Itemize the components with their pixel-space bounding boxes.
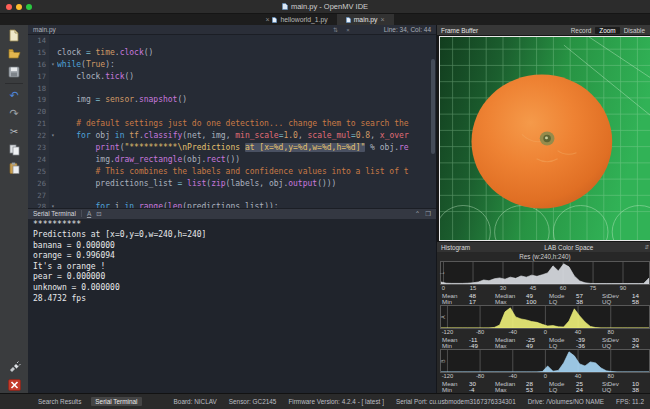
divider [81,210,82,217]
code-token: clock [57,72,100,81]
frame-buffer-view[interactable] [437,35,650,242]
save-file-button[interactable] [5,63,23,80]
code-line-text [57,106,436,118]
code-line[interactable]: 15clock = time.clock() [28,47,436,59]
open-file-button[interactable] [5,45,23,62]
histogram-header: Histogram LAB Color Space ⇵ [437,242,650,252]
connect-button[interactable] [5,358,23,375]
serial-terminal-output[interactable]: **********Predictions at [x=0,y=0,w=240,… [28,219,436,394]
code-line[interactable]: 24 img.draw_rectangle(obj.rect()) [28,154,436,166]
fold-marker[interactable]: ▾ [49,59,57,71]
close-tab-icon[interactable]: × [265,16,269,23]
editor-scrollbar[interactable] [431,37,435,206]
disable-button[interactable]: Disable [620,27,649,34]
code-token: True [86,60,105,69]
code-token: len [168,202,182,207]
close-tab-icon[interactable]: × [381,16,385,23]
axis-tick: 90 [620,285,626,291]
document-selector-arrows-icon[interactable]: ⇅ [329,26,342,33]
stat-label: UQ [602,387,632,393]
code-line[interactable]: 18 [28,83,436,95]
record-button[interactable]: Record [567,27,596,34]
code-token: list [187,179,206,188]
frame-buffer-title: Frame Buffer [441,27,567,34]
code-token: print [96,143,120,152]
search-results-tab[interactable]: Search Results [34,397,85,406]
line-number: 21 [28,118,49,130]
code-token [57,167,96,176]
terminal-line: ********** [33,220,431,231]
title-bar: main.py - OpenMV IDE [0,0,650,14]
code-token: rect [206,155,225,164]
code-token: (labels, obj. [226,179,289,188]
document-selector[interactable]: main.py ⇅ × [33,26,354,33]
code-line-text: for obj in tf.classify(net, img, min_sca… [57,130,436,142]
cut-button[interactable]: ✂ [5,123,23,140]
disconnect-button[interactable] [5,376,23,393]
stat-label: LQ [549,387,576,393]
new-file-button[interactable] [5,27,23,44]
tab-helloworld[interactable]: × helloworld_1.py [256,14,336,25]
chevron-updown-icon[interactable]: ⇵ [644,244,649,250]
code-editor[interactable]: 1415clock = time.clock()16▾while(True):1… [28,35,436,208]
histogram-svg [441,350,649,372]
code-line[interactable]: 16▾while(True): [28,59,436,71]
bottom-panel-tabs: Search Results Serial Terminal [34,397,142,406]
display-icon[interactable]: ⊡ [96,210,101,218]
code-line[interactable]: 22▾ for obj in tf.classify(net, img, min… [28,130,436,142]
code-line[interactable]: 25 # This combines the labels and confid… [28,166,436,178]
redo-button[interactable]: ↷ [5,105,23,122]
paste-button[interactable] [5,159,23,176]
fold-marker [49,142,57,154]
undo-button[interactable]: ↶ [5,87,23,104]
color-space-dropdown[interactable]: LAB Color Space [493,244,644,251]
copy-button[interactable] [5,141,23,158]
code-line[interactable]: 20 [28,106,436,118]
histogram-plot: L [440,261,650,285]
zoom-button[interactable]: Zoom [595,27,619,34]
code-line-text: print("**********\nPredictions at [x=%d,… [57,142,436,154]
connect-icon [8,361,21,373]
fold-marker[interactable]: ▾ [49,130,57,142]
tab-main[interactable]: main.py × [337,14,394,25]
collapse-panel-icon[interactable]: ⌃ [415,210,420,218]
line-number: 20 [28,106,49,118]
axis-tick: -120 [442,329,454,335]
scrollbar-thumb[interactable] [431,59,435,154]
fold-marker [49,190,57,202]
tab-label: main.py [354,16,378,23]
code-line[interactable]: 19 img = sensor.snapshot() [28,94,436,106]
text-options-icon[interactable]: A [87,210,91,217]
detach-panel-icon[interactable]: ❐ [425,210,431,218]
code-line[interactable]: 14 [28,35,436,47]
fold-marker [49,106,57,118]
histogram-axis: 0153045607590 [441,285,649,293]
code-token: obj [91,131,115,140]
code-line-text [57,35,436,47]
serial-terminal-tab[interactable]: Serial Terminal [91,397,141,406]
status-item: Sensor: GC2145 [229,398,277,405]
frame-buffer-header: Frame Buffer Record Zoom Disable [437,25,650,35]
new-file-icon [8,29,20,42]
code-line[interactable]: 28▾ for i in range(len(predictions_list)… [28,201,436,207]
code-line-text: clock = time.clock() [57,47,436,59]
code-token: at [x=%d,y=%d,w=%d,h=%d]" [245,143,365,152]
document-close-icon[interactable]: × [342,27,354,33]
channel-label: B [440,359,446,362]
code-line[interactable]: 21 # default settings just do one detect… [28,118,436,130]
save-icon [8,66,20,78]
code-token: (obj. [182,155,206,164]
code-token: classify [144,131,183,140]
open-folder-icon [8,48,21,60]
histogram-svg [441,262,649,284]
code-token: clock [120,48,144,57]
paste-icon [9,162,20,174]
code-line[interactable]: 26 predictions_list = list(zip(labels, o… [28,178,436,190]
fold-marker[interactable]: ▾ [49,201,57,207]
line-number: 28 [28,201,49,207]
code-token [57,202,96,207]
main-area: ↶ ↷ ✂ main.py ⇅ × [0,25,650,393]
code-line[interactable]: 27 [28,190,436,202]
code-line[interactable]: 23 print("**********\nPredictions at [x=… [28,142,436,154]
code-line[interactable]: 17 clock.tick() [28,71,436,83]
